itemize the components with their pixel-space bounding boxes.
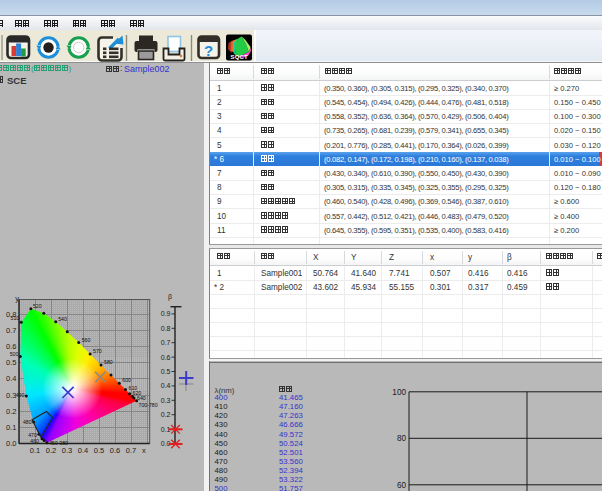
- svg-text:500: 500: [10, 351, 19, 357]
- svg-text:700-780: 700-780: [139, 402, 158, 408]
- svg-text:0.7: 0.7: [161, 339, 171, 346]
- svg-text:0.6: 0.6: [6, 342, 16, 351]
- svg-text:0.3: 0.3: [62, 446, 72, 455]
- svg-text:640: 640: [137, 395, 146, 401]
- svg-text:0.4: 0.4: [78, 446, 88, 455]
- svg-text:580: 580: [104, 359, 113, 365]
- svg-text:460: 460: [30, 438, 39, 444]
- svg-text:0.5: 0.5: [161, 368, 171, 375]
- svg-text:β: β: [168, 293, 172, 301]
- svg-text:0.4: 0.4: [6, 374, 16, 383]
- svg-text:540: 540: [58, 316, 67, 322]
- svg-text:0.0: 0.0: [6, 439, 16, 448]
- svg-text:570: 570: [93, 348, 102, 354]
- svg-text:0.3: 0.3: [161, 397, 171, 404]
- svg-text:x: x: [142, 446, 146, 455]
- svg-text:490: 490: [16, 392, 25, 398]
- svg-text:60: 60: [397, 481, 407, 490]
- svg-text:600: 600: [122, 377, 131, 383]
- svg-text:0.6: 0.6: [161, 354, 171, 361]
- svg-text:0.9: 0.9: [161, 310, 171, 317]
- svg-text:y: y: [15, 294, 19, 303]
- svg-text:?: ?: [204, 42, 213, 59]
- svg-text:0.2: 0.2: [46, 446, 56, 455]
- svg-text:0.6: 0.6: [110, 446, 120, 455]
- svg-text:560: 560: [82, 337, 91, 343]
- svg-text:0.8: 0.8: [6, 310, 16, 319]
- svg-text:0.1: 0.1: [30, 446, 40, 455]
- svg-text:480: 480: [23, 419, 32, 425]
- svg-text:0.5: 0.5: [6, 358, 16, 367]
- svg-text:80: 80: [397, 434, 407, 443]
- svg-text:100: 100: [392, 388, 406, 397]
- svg-text:0.1: 0.1: [6, 423, 16, 432]
- svg-text:0.5: 0.5: [94, 446, 104, 455]
- svg-text:SQCT: SQCT: [230, 54, 248, 60]
- svg-text:0.8: 0.8: [161, 325, 171, 332]
- svg-text:0.7: 0.7: [126, 446, 136, 455]
- svg-text:0.4: 0.4: [161, 382, 171, 389]
- svg-text:0.7: 0.7: [6, 326, 16, 335]
- svg-text:0.2: 0.2: [6, 407, 16, 416]
- svg-text:0.3: 0.3: [6, 391, 16, 400]
- svg-text:0.2: 0.2: [161, 411, 171, 418]
- svg-text:520: 520: [33, 303, 42, 309]
